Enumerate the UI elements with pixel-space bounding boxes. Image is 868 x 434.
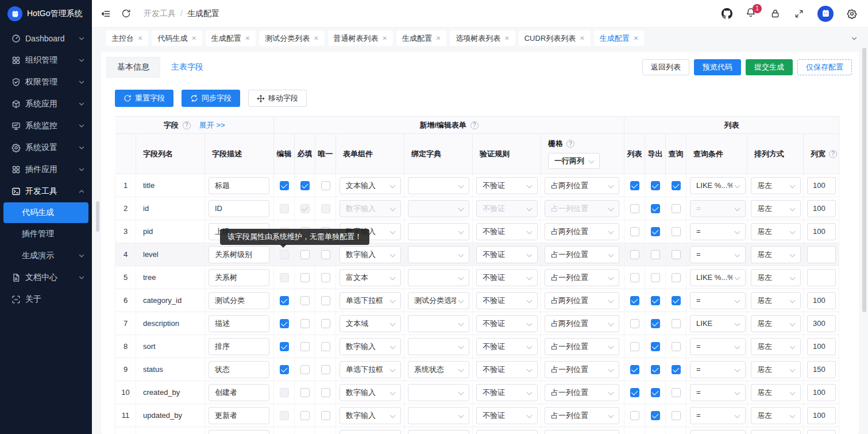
query-checkbox[interactable] — [672, 365, 681, 374]
dict-select[interactable]: 系统状态 — [408, 361, 469, 378]
github-icon[interactable] — [721, 8, 732, 20]
help-icon[interactable]: ? — [183, 121, 191, 129]
dict-select[interactable] — [408, 407, 469, 424]
page-tab-2[interactable]: 生成配置✕ — [206, 30, 256, 46]
required-checkbox[interactable] — [300, 181, 310, 190]
sidebar-item-gen-demo[interactable]: 生成演示 — [0, 245, 92, 267]
query-condition-select[interactable]: = — [690, 200, 746, 217]
grid-select[interactable]: 占一列位置 — [545, 407, 619, 424]
list-checkbox[interactable] — [630, 365, 639, 374]
scrollbar-thumb-vertical[interactable] — [862, 48, 866, 312]
user-avatar[interactable] — [817, 6, 834, 22]
list-checkbox[interactable] — [630, 411, 639, 420]
required-checkbox[interactable] — [300, 342, 310, 351]
validation-select[interactable]: 不验证 — [476, 269, 538, 286]
component-select[interactable] — [340, 430, 401, 434]
component-select[interactable]: 文本域 — [340, 315, 401, 332]
component-select[interactable]: 单选下拉框 — [340, 361, 401, 378]
column-width-input[interactable] — [807, 269, 836, 286]
sidebar-item-gen-code[interactable]: 代码生成 — [3, 202, 88, 223]
list-checkbox[interactable] — [630, 342, 639, 351]
export-checkbox[interactable] — [651, 296, 660, 305]
preview-code-button[interactable]: 预览代码 — [694, 59, 741, 75]
reset-fields-button[interactable]: 重置字段 — [115, 90, 173, 107]
field-desc-input[interactable] — [209, 200, 269, 217]
grid-select[interactable]: 占一列位置 — [545, 246, 619, 263]
query-condition-select[interactable]: = — [690, 361, 746, 378]
export-checkbox[interactable] — [651, 319, 660, 328]
export-checkbox[interactable] — [651, 273, 660, 282]
settings-gear-icon[interactable] — [846, 8, 858, 20]
expand-link[interactable]: 展开 >> — [199, 120, 225, 130]
validation-select[interactable]: 不验证 — [476, 223, 538, 240]
query-condition-select[interactable]: = — [690, 246, 746, 263]
export-checkbox[interactable] — [651, 365, 660, 374]
field-desc-input[interactable] — [209, 430, 269, 434]
grid-select[interactable]: 占两列位置 — [545, 315, 619, 332]
unique-checkbox[interactable] — [321, 388, 330, 397]
align-select[interactable]: 居左 — [751, 177, 801, 194]
grid-select[interactable]: 占两列位置 — [545, 177, 619, 194]
grid-select[interactable]: 占一列位置 — [545, 361, 619, 378]
align-select[interactable]: 居左 — [751, 384, 801, 401]
query-checkbox[interactable] — [672, 204, 681, 213]
query-condition-select[interactable]: = — [690, 223, 746, 240]
dict-select[interactable] — [408, 177, 469, 194]
close-icon[interactable]: ✕ — [383, 35, 387, 41]
query-checkbox[interactable] — [672, 411, 681, 420]
query-checkbox[interactable] — [672, 250, 681, 259]
submit-generate-button[interactable]: 提交生成 — [746, 59, 793, 75]
query-condition-select[interactable]: = — [690, 338, 746, 355]
unique-checkbox[interactable] — [321, 250, 330, 259]
edit-checkbox[interactable] — [280, 250, 289, 259]
component-select[interactable]: 数字输入 — [340, 407, 401, 424]
dict-select[interactable]: 测试分类选项 — [408, 292, 469, 309]
field-desc-input[interactable] — [209, 407, 269, 424]
edit-checkbox[interactable] — [280, 204, 289, 213]
column-width-input[interactable] — [807, 430, 836, 434]
validation-select[interactable]: 不验证 — [476, 384, 538, 401]
query-condition-select[interactable]: = — [690, 407, 746, 424]
close-icon[interactable]: ✕ — [191, 35, 196, 41]
dict-select[interactable] — [408, 338, 469, 355]
grid-select[interactable]: 占一列位置 — [545, 269, 619, 286]
sidebar-item-dashboard[interactable]: Dashboard — [0, 28, 92, 49]
required-checkbox[interactable] — [300, 319, 310, 328]
required-checkbox[interactable] — [300, 250, 310, 259]
close-icon[interactable]: ✕ — [634, 35, 638, 41]
component-select[interactable]: 单选下拉框 — [340, 292, 401, 309]
column-width-input[interactable] — [807, 315, 836, 332]
page-tab-3[interactable]: 测试分类列表✕ — [259, 30, 324, 46]
grid-select[interactable]: 占一列位置 — [545, 338, 619, 355]
grid-select[interactable]: 占一列位置 — [545, 384, 619, 401]
query-condition-select[interactable]: LIKE %...% — [690, 177, 746, 194]
validation-select[interactable]: 不验证 — [476, 200, 538, 217]
export-checkbox[interactable] — [651, 227, 660, 236]
page-tab-0[interactable]: 主控台✕ — [106, 30, 148, 46]
unique-checkbox[interactable] — [321, 296, 330, 305]
page-tab-6[interactable]: 选项树表列表✕ — [450, 30, 515, 46]
close-icon[interactable]: ✕ — [436, 35, 441, 41]
query-condition-select[interactable]: LIKE — [690, 315, 746, 332]
column-width-input[interactable] — [807, 361, 836, 378]
notifications-button[interactable]: 1 — [745, 8, 757, 20]
query-checkbox[interactable] — [672, 319, 681, 328]
query-checkbox[interactable] — [672, 296, 681, 305]
column-width-input[interactable] — [807, 223, 836, 240]
help-icon[interactable]: ? — [470, 121, 479, 129]
dict-select[interactable] — [408, 246, 469, 263]
component-select[interactable]: 文本输入 — [340, 177, 401, 194]
column-width-input[interactable] — [807, 407, 836, 424]
align-select[interactable]: 居左 — [751, 361, 801, 378]
menu-collapse-icon[interactable] — [100, 8, 111, 20]
validation-select[interactable]: 不验证 — [476, 292, 538, 309]
align-select[interactable]: 居左 — [751, 315, 801, 332]
query-condition-select[interactable]: = — [690, 384, 746, 401]
sync-fields-button[interactable]: 同步字段 — [182, 90, 240, 107]
validation-select[interactable]: 不验证 — [476, 338, 538, 355]
align-select[interactable]: 居左 — [751, 407, 801, 424]
tab-basic-info[interactable]: 基本信息 — [106, 57, 160, 78]
help-icon[interactable]: ? — [829, 150, 837, 158]
grid-select[interactable]: 占一列位置 — [545, 200, 619, 217]
save-config-only-button[interactable]: 仅保存配置 — [797, 59, 852, 75]
